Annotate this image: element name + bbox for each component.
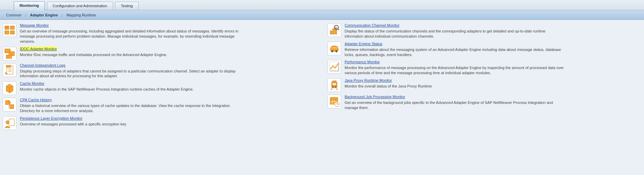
entry-description: Monitor the overall status of the Java P…	[345, 84, 564, 89]
entry-link[interactable]: Adapter Engine Status	[345, 42, 382, 46]
person-badge-icon	[3, 116, 16, 130]
entry-link[interactable]: CPA Cache History	[20, 98, 52, 102]
monitor-entry: Persistence Layer Encryption MonitorOver…	[3, 116, 317, 130]
monitor-entry: Message MonitorGet an overview of messag…	[3, 23, 317, 44]
linechart-icon	[327, 60, 341, 73]
entry-body: Cache MonitorMonitor cache objects in th…	[20, 81, 317, 95]
tab-testing[interactable]: Testing	[115, 2, 139, 10]
subtab-adapter-engine[interactable]: Adapter Engine	[29, 13, 59, 17]
svg-rect-21	[333, 29, 334, 34]
entry-body: Performance MonitorMonitor the performan…	[345, 60, 641, 76]
subtab-mapping-runtime[interactable]: Mapping Runtime	[65, 13, 97, 17]
entry-body: Java Proxy Runtime MonitorMonitor the ov…	[345, 78, 641, 92]
entry-description: Display processing steps of adapters tha…	[20, 69, 239, 79]
svg-point-26	[335, 50, 337, 52]
svg-rect-29	[332, 83, 336, 85]
svg-rect-3	[10, 31, 14, 34]
subtab-common[interactable]: Common	[5, 13, 23, 17]
svg-rect-8	[6, 55, 12, 58]
car-icon	[327, 42, 341, 55]
monitor-entry: IDOC Adapter MonitorMonitor IDoc message…	[3, 47, 317, 60]
entry-link[interactable]: IDOC Adapter Monitor	[20, 47, 57, 51]
svg-line-24	[338, 29, 339, 30]
entry-link[interactable]: Background Job Processing Monitor	[345, 95, 405, 99]
entry-body: CPA Cache HistoryObtain a historical ove…	[20, 98, 317, 113]
svg-rect-20	[330, 31, 332, 34]
svg-rect-2	[5, 31, 9, 34]
divider: |	[62, 13, 63, 17]
entry-description: Monitor IDoc message traffic and metadat…	[20, 52, 239, 57]
entry-description: Get an overview of the background jobs s…	[345, 100, 564, 110]
svg-point-25	[331, 50, 333, 52]
entry-body: Communication Channel MonitorDisplay the…	[345, 23, 641, 39]
clipboard-icon	[3, 63, 16, 77]
entry-link[interactable]: Message Monitor	[20, 23, 49, 27]
entry-link[interactable]: Channel-Independent Logs	[20, 63, 65, 67]
svg-rect-0	[5, 26, 9, 29]
svg-rect-10	[6, 65, 11, 67]
entry-link[interactable]: Java Proxy Runtime Monitor	[345, 78, 392, 82]
monitor-entry: Channel-Independent LogsDisplay processi…	[3, 63, 317, 79]
calendar-clock-icon	[327, 95, 341, 108]
entry-body: IDOC Adapter MonitorMonitor IDoc message…	[20, 47, 317, 60]
barchart-magnifier-icon	[327, 23, 341, 37]
entry-description: Display the status of the communication …	[345, 29, 564, 39]
svg-point-31	[335, 86, 336, 88]
entry-body: Channel-Independent LogsDisplay processi…	[20, 63, 317, 79]
right-column: Communication Channel MonitorDisplay the…	[327, 23, 641, 133]
monitor-entry: Performance MonitorMonitor the performan…	[327, 60, 641, 76]
tram-icon	[327, 78, 341, 92]
svg-point-15	[9, 102, 11, 104]
entry-description: Get an overview of message processing, i…	[20, 29, 239, 44]
entry-description: Overview of messages processed with a sp…	[20, 122, 239, 127]
monitor-entry: CPA Cache HistoryObtain a historical ove…	[3, 98, 317, 113]
monitor-entry: Cache MonitorMonitor cache objects in th…	[3, 81, 317, 95]
svg-point-30	[332, 86, 334, 88]
entry-link[interactable]: Persistence Layer Encryption Monitor	[20, 116, 83, 120]
entry-description: Monitor cache objects in the SAP NetWeav…	[20, 87, 239, 92]
left-column: Message MonitorGet an overview of messag…	[3, 23, 317, 133]
entry-link[interactable]: Cache Monitor	[20, 81, 45, 85]
entry-link[interactable]: Performance Monitor	[345, 60, 380, 64]
svg-point-19	[6, 121, 9, 124]
entry-link[interactable]: Communication Channel Monitor	[345, 23, 399, 27]
puzzle-icon	[3, 98, 16, 111]
svg-rect-22	[335, 27, 337, 34]
entry-description: Obtain a historical overview of the vari…	[20, 103, 239, 113]
svg-rect-18	[9, 119, 14, 126]
entry-body: Message MonitorGet an overview of messag…	[20, 23, 317, 44]
box-icon	[3, 81, 16, 95]
monitor-entry: Communication Channel MonitorDisplay the…	[327, 23, 641, 39]
tab-config-admin[interactable]: Configuration and Administration	[47, 2, 113, 10]
primary-tab-bar: Monitoring Configuration and Administrat…	[0, 0, 644, 10]
entry-description: Retrieve information about the messaging…	[345, 47, 564, 57]
entry-body: Background Job Processing MonitorGet an …	[345, 95, 641, 110]
entry-body: Persistence Layer Encryption MonitorOver…	[20, 116, 317, 130]
divider: |	[25, 13, 26, 17]
monitor-entry: Java Proxy Runtime MonitorMonitor the ov…	[327, 78, 641, 92]
sub-nav-bar: Common | Adapter Engine | Mapping Runtim…	[0, 10, 644, 20]
entry-body: Adapter Engine StatusRetrieve informatio…	[345, 42, 641, 57]
content-area: Message MonitorGet an overview of messag…	[0, 20, 644, 136]
message-monitor-icon	[3, 23, 16, 37]
monitor-entry: Background Job Processing MonitorGet an …	[327, 95, 641, 110]
entry-description: Monitor the performance of message proce…	[345, 65, 564, 76]
monitor-entry: Adapter Engine StatusRetrieve informatio…	[327, 42, 641, 57]
tab-monitoring[interactable]: Monitoring	[14, 1, 45, 10]
idoc-monitor-icon	[3, 47, 16, 60]
svg-point-17	[9, 106, 11, 108]
svg-rect-1	[10, 26, 14, 29]
